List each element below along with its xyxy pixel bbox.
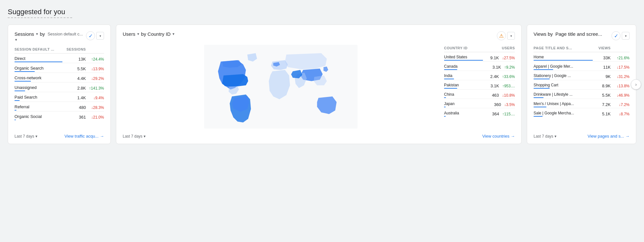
sessions-card: Sessions ▼ by Session default c... ▼ ✓ ▾… xyxy=(8,24,111,144)
table-row: Apparel | Google Mer... 11K ↓17.5% xyxy=(534,62,630,71)
dropdown-arrow-icon: ▾ xyxy=(99,34,101,38)
table-row: Direct 13K ↑24.4% xyxy=(14,53,104,63)
row-value: 33K xyxy=(593,52,611,62)
table-row: Australia 364 ↑115.... xyxy=(444,108,515,118)
sessions-footer-period[interactable]: Last 7 days ▾ xyxy=(14,134,37,139)
sessions-card-icons: ✓ ▾ xyxy=(86,31,104,40)
sessions-subtitle: Session default c... xyxy=(48,32,83,36)
row-label: Referral xyxy=(14,102,62,111)
cards-container: Sessions ▼ by Session default c... ▼ ✓ ▾… xyxy=(8,24,636,144)
row-value: 8.9K xyxy=(593,80,611,90)
sessions-subtitle-arrow[interactable]: ▼ xyxy=(14,38,18,42)
row-label: Shopping Cart xyxy=(534,80,593,90)
views-col1-header: PAGE TITLE AND S... xyxy=(534,45,593,52)
chevron-right-icon: › xyxy=(635,82,637,87)
row-value: 5.1K xyxy=(593,108,611,118)
row-label: China xyxy=(444,90,483,99)
row-label: Home xyxy=(534,52,593,62)
sessions-card-header: Sessions ▼ by Session default c... ▼ ✓ ▾ xyxy=(14,31,104,42)
row-label: Canada xyxy=(444,62,483,71)
users-table-section: COUNTRY ID USERS United States 9.1K ↓27.… xyxy=(444,45,515,129)
row-label: Australia xyxy=(444,108,483,118)
table-row: Drinkware | Lifestyle ... 5.5K ↓46.9% xyxy=(534,90,630,99)
users-title-arrow[interactable]: ▼ xyxy=(137,32,140,36)
views-title-line2: Page title and scree... xyxy=(555,31,602,37)
table-row: Home 33K ↑21.6% xyxy=(534,52,630,62)
row-label: Cross-network xyxy=(14,73,62,82)
users-warning-btn[interactable]: ⚠ xyxy=(497,31,506,40)
users-footer-period[interactable]: Last 7 days ▾ xyxy=(123,134,146,139)
table-row: Shopping Cart 8.9K ↓13.8% xyxy=(534,80,630,90)
row-label: United States xyxy=(444,52,483,62)
users-col1-header: COUNTRY ID xyxy=(444,45,483,52)
row-label: Sale | Google Mercha... xyxy=(534,108,593,118)
views-card-icons: ✓ ▾ xyxy=(611,31,630,40)
table-row: Canada 3.1K ↑9.2% xyxy=(444,62,515,71)
title-underline xyxy=(8,17,72,18)
sessions-table: SESSION DEFAULT ... SESSIONS Direct 13K … xyxy=(14,46,104,121)
row-change: ↓29.2% xyxy=(86,73,104,82)
row-value-change: 3.1K ↑953.... xyxy=(483,80,515,90)
row-value: 480 xyxy=(62,102,86,111)
page-title: Suggested for you xyxy=(8,8,636,16)
users-card-title: Users ▼ by Country ID ▼ xyxy=(123,31,175,37)
row-change: ↓21.0% xyxy=(86,111,104,121)
check-icon: ✓ xyxy=(89,33,93,39)
views-view-link[interactable]: View pages and s... → xyxy=(588,134,630,139)
row-value: 361 xyxy=(62,111,86,121)
table-row: Unassigned 2.8K ↑141.3% xyxy=(14,82,104,92)
table-row: United States 9.1K ↓27.5% xyxy=(444,52,515,62)
map-section xyxy=(123,45,439,129)
users-dropdown-btn[interactable]: ▾ xyxy=(507,32,515,40)
row-label: Paid Search xyxy=(14,92,62,102)
sessions-col3-header xyxy=(86,46,104,53)
row-change: ↓13.9% xyxy=(86,63,104,73)
row-value: 2.8K xyxy=(62,82,86,92)
row-value: 7.2K xyxy=(593,99,611,108)
views-check-btn[interactable]: ✓ xyxy=(611,31,620,40)
row-change: ↓9.4% xyxy=(86,92,104,102)
table-row: Men's / Unisex | Appa... 7.2K ↓7.2% xyxy=(534,99,630,108)
row-value-change: 364 ↑115.... xyxy=(483,108,515,118)
table-row: Organic Search 5.5K ↓13.9% xyxy=(14,63,104,73)
row-label: Pakistan xyxy=(444,80,483,90)
row-change: ↑141.3% xyxy=(86,82,104,92)
sessions-check-btn[interactable]: ✓ xyxy=(86,31,95,40)
table-row: Sale | Google Mercha... 5.1K ↓8.7% xyxy=(534,108,630,118)
views-title-line1: Views by xyxy=(534,31,553,37)
users-view-link[interactable]: View countries → xyxy=(482,134,515,139)
users-dropdown-arrow-icon: ▾ xyxy=(510,34,512,38)
row-value-change: 2.4K ↑33.6% xyxy=(483,71,515,80)
row-value: 5.5K xyxy=(593,90,611,99)
users-table: COUNTRY ID USERS United States 9.1K ↓27.… xyxy=(444,45,515,117)
table-row: Organic Social 361 ↓21.0% xyxy=(14,111,104,121)
chevron-right-btn[interactable]: › xyxy=(631,79,641,90)
row-value-change: 3.1K ↑9.2% xyxy=(483,62,515,71)
row-label: Men's / Unisex | Appa... xyxy=(534,99,593,108)
table-row: Paid Search 1.4K ↓9.4% xyxy=(14,92,104,102)
views-card-title: Views by Page title and scree... xyxy=(534,31,602,37)
views-footer: Last 7 days ▾ View pages and s... → xyxy=(534,129,630,139)
users-card-header: Users ▼ by Country ID ▼ ⚠ ▾ xyxy=(123,31,515,40)
row-label: Drinkware | Lifestyle ... xyxy=(534,90,593,99)
sessions-view-link[interactable]: View traffic acqu... → xyxy=(64,134,104,139)
row-value-change: 360 ↓3.5% xyxy=(483,99,515,108)
row-value-change: 9.1K ↓27.5% xyxy=(483,52,515,62)
users-title-text: Users xyxy=(123,31,135,37)
row-label: Organic Search xyxy=(14,63,62,73)
row-value: 5.5K xyxy=(62,63,86,73)
views-card: Views by Page title and scree... ✓ ▾ PAG… xyxy=(527,24,636,144)
table-row: Stationery | Google ... 9K ↓31.2% xyxy=(534,71,630,80)
row-change: ↓7.2% xyxy=(611,99,630,108)
users-by-arrow[interactable]: ▼ xyxy=(172,32,175,36)
sessions-dropdown-btn[interactable]: ▾ xyxy=(96,32,104,40)
row-label: Direct xyxy=(14,53,62,63)
views-dropdown-btn[interactable]: ▾ xyxy=(622,32,630,40)
row-change: ↑24.4% xyxy=(86,53,104,63)
sessions-title-arrow[interactable]: ▼ xyxy=(35,32,39,36)
users-footer: Last 7 days ▾ View countries → xyxy=(123,129,515,139)
sessions-col2-header: SESSIONS xyxy=(62,46,86,53)
views-footer-period[interactable]: Last 7 days ▾ xyxy=(534,134,556,139)
sessions-footer: Last 7 days ▾ View traffic acqu... → xyxy=(14,129,104,139)
row-value: 11K xyxy=(593,62,611,71)
